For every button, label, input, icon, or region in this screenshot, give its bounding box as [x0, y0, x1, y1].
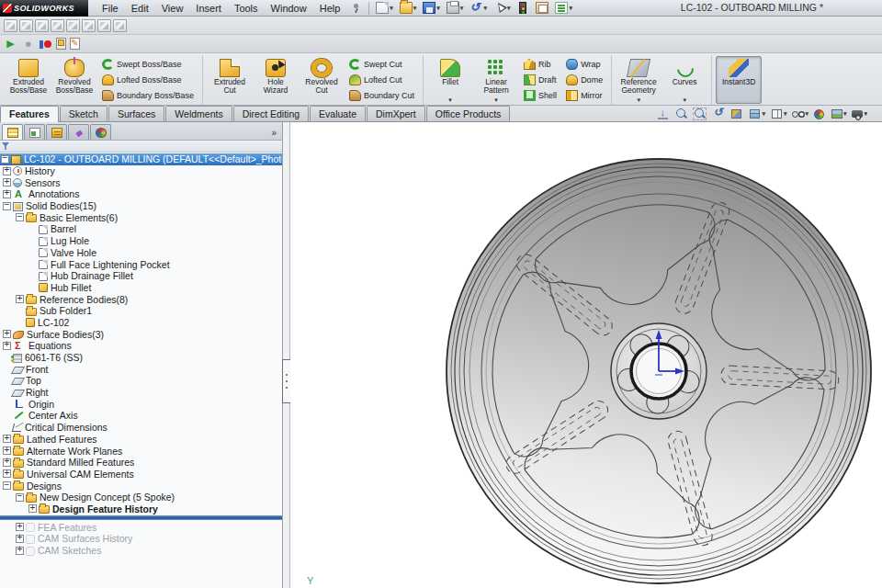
- expand-toggle-icon[interactable]: [16, 547, 24, 555]
- configurationmanager-tab[interactable]: [46, 124, 67, 140]
- tree-item-lc-102[interactable]: LC-102: [0, 317, 282, 329]
- select-cursor-icon[interactable]: [491, 0, 514, 16]
- open-icon[interactable]: [397, 0, 420, 16]
- tree-item-cam-sketches[interactable]: CAM Sketches: [0, 545, 282, 557]
- tree-item-basic-elements[interactable]: Basic Elements(6): [0, 211, 282, 223]
- swept-cut-button[interactable]: Swept Cut: [346, 58, 417, 71]
- tree-item-hub-drainage-fillet[interactable]: Hub Drainage Fillet: [0, 270, 282, 282]
- expand-toggle-icon[interactable]: [3, 342, 11, 350]
- tree-filter-bar[interactable]: [0, 141, 282, 153]
- menu-file[interactable]: File: [96, 2, 125, 15]
- mirror-button[interactable]: Mirror: [563, 89, 605, 102]
- display-style-icon[interactable]: [768, 107, 789, 121]
- edit-appearance-icon[interactable]: [811, 107, 828, 121]
- expand-toggle-icon[interactable]: [3, 167, 11, 175]
- tree-item-new-design-concept[interactable]: New Design Concept (5 Spoke): [0, 492, 282, 503]
- tool-icon-3[interactable]: [35, 19, 49, 32]
- tree-item-history[interactable]: History: [0, 165, 282, 177]
- curves-dropdown[interactable]: [683, 96, 686, 104]
- tree-item-sub-folder1[interactable]: Sub Folder1: [0, 305, 282, 317]
- tree-item-standard-milled-features[interactable]: Standard Milled Features: [0, 457, 282, 469]
- tree-item-origin[interactable]: Origin: [0, 398, 282, 410]
- tool-icon-7[interactable]: [97, 19, 111, 32]
- tree-item-critical-dimensions[interactable]: Critical Dimensions: [0, 422, 282, 434]
- linear-pattern-button[interactable]: Linear Pattern: [473, 56, 519, 104]
- new-macro-icon[interactable]: [56, 38, 66, 50]
- extruded-boss-base-button[interactable]: Extruded Boss/Base: [6, 56, 51, 104]
- tree-item-fea-features[interactable]: FEA Features: [0, 521, 282, 533]
- expand-toggle-icon[interactable]: [28, 504, 37, 513]
- reference-geometry-button[interactable]: Reference Geometry: [616, 56, 662, 104]
- tree-item-annotations[interactable]: Annotations: [0, 188, 282, 200]
- tool-icon-4[interactable]: [51, 19, 64, 32]
- save-icon[interactable]: [420, 0, 443, 16]
- tree-item-surface-bodies[interactable]: Surface Bodies(3): [0, 328, 282, 340]
- expand-toggle-icon[interactable]: [1, 155, 9, 164]
- previous-view-icon[interactable]: [709, 107, 727, 121]
- tab-sketch[interactable]: Sketch: [60, 106, 107, 121]
- instant3d-button[interactable]: Instant3D: [716, 56, 762, 104]
- panel-overflow-chevron[interactable]: »: [271, 128, 280, 140]
- tab-office-products[interactable]: Office Products: [426, 106, 511, 121]
- expand-toggle-icon[interactable]: [3, 458, 11, 467]
- expand-toggle-icon[interactable]: [3, 202, 11, 210]
- displaymanager-tab[interactable]: [90, 124, 111, 140]
- tree-item-lathed-features[interactable]: Lathed Features: [0, 434, 282, 446]
- tree-item-design-feature-history[interactable]: Design Feature History: [0, 503, 282, 515]
- hide-show-items-icon[interactable]: [789, 107, 810, 121]
- tree-item-universal-cam-elements[interactable]: Universal CAM Elements: [0, 469, 282, 481]
- stop-macro-icon[interactable]: [21, 38, 35, 51]
- tree-item-equations[interactable]: Equations: [0, 340, 282, 352]
- zoom-to-area-icon[interactable]: [691, 107, 708, 121]
- propertymanager-tab[interactable]: [24, 124, 45, 140]
- tree-item-root[interactable]: LC-102 - OUTBOARD MILLING (DEFAULT<<Defa…: [0, 153, 282, 165]
- tab-direct-editing[interactable]: Direct Editing: [233, 106, 309, 121]
- expand-toggle-icon[interactable]: [3, 190, 11, 198]
- rebuild-icon[interactable]: [514, 0, 532, 16]
- rib-button[interactable]: Rib: [521, 58, 560, 71]
- fillet-button[interactable]: Fillet: [427, 56, 473, 104]
- fillet-dropdown[interactable]: [448, 96, 452, 104]
- tab-surfaces[interactable]: Surfaces: [108, 106, 164, 121]
- expand-toggle-icon[interactable]: [3, 435, 11, 443]
- tab-evaluate[interactable]: Evaluate: [310, 106, 366, 121]
- tool-icon-2[interactable]: [19, 19, 33, 32]
- dimxpertmanager-tab[interactable]: [68, 124, 89, 140]
- revolved-cut-button[interactable]: Revolved Cut: [299, 56, 345, 104]
- tree-item-right-plane[interactable]: Right: [0, 387, 282, 399]
- tree-item-reference-bodies[interactable]: Reference Bodies(8): [0, 293, 282, 305]
- wheel-model[interactable]: [290, 122, 882, 588]
- expand-toggle-icon[interactable]: [3, 469, 11, 478]
- draft-button[interactable]: Draft: [521, 74, 560, 86]
- section-view-icon[interactable]: [728, 107, 745, 121]
- boundary-cut-button[interactable]: Boundary Cut: [346, 89, 417, 102]
- revolved-boss-base-button[interactable]: Revolved Boss/Base: [51, 56, 97, 104]
- wrap-button[interactable]: Wrap: [563, 58, 605, 71]
- tree-item-valve-hole[interactable]: Valve Hole: [0, 247, 282, 259]
- featuremanager-tab[interactable]: [2, 124, 23, 140]
- menu-edit[interactable]: Edit: [125, 2, 155, 15]
- expand-toggle-icon[interactable]: [16, 523, 24, 531]
- run-macro-icon[interactable]: [4, 38, 17, 51]
- curves-button[interactable]: Curves: [662, 56, 707, 104]
- tab-weldments[interactable]: Weldments: [165, 106, 232, 121]
- tool-icon-8[interactable]: [113, 19, 127, 32]
- tree-item-solid-bodies[interactable]: Solid Bodies(15): [0, 200, 282, 212]
- tool-icon-5[interactable]: [66, 19, 80, 32]
- tree-item-alternate-work-planes[interactable]: Alternate Work Planes: [0, 445, 282, 457]
- extruded-cut-button[interactable]: Extruded Cut: [207, 56, 253, 104]
- graphics-viewport[interactable]: Y: [290, 122, 882, 588]
- tree-item-designs[interactable]: Designs: [0, 480, 282, 492]
- tree-item-sensors[interactable]: Sensors: [0, 176, 282, 188]
- menu-window[interactable]: Window: [265, 2, 313, 15]
- options-icon[interactable]: [552, 0, 575, 16]
- tree-item-center-axis[interactable]: Center Axis: [0, 410, 282, 422]
- tree-item-lug-hole[interactable]: Lug Hole: [0, 235, 282, 247]
- expand-toggle-icon[interactable]: [16, 535, 24, 543]
- view-orientation-icon[interactable]: [746, 107, 767, 121]
- swept-boss-base-button[interactable]: Swept Boss/Base: [99, 58, 197, 71]
- expand-toggle-icon[interactable]: [3, 330, 11, 338]
- expand-toggle-icon[interactable]: [3, 447, 11, 455]
- menu-view[interactable]: View: [155, 2, 190, 15]
- apply-scene-icon[interactable]: [829, 107, 849, 121]
